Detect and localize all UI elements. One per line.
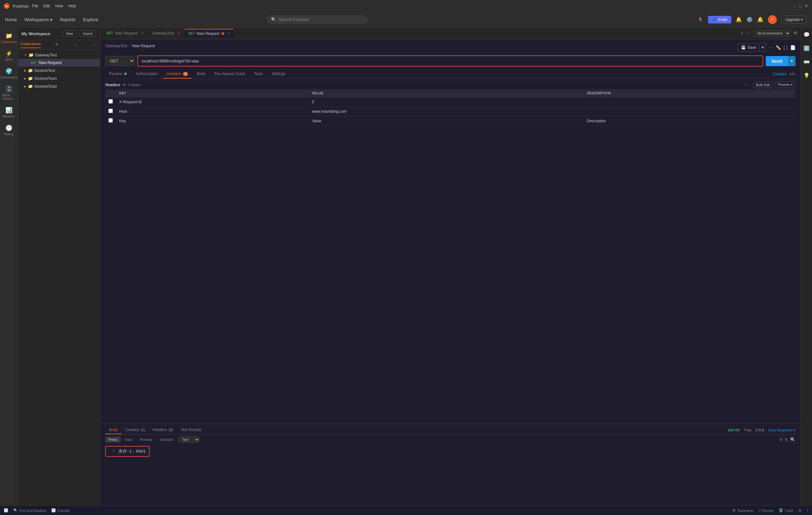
row2-key[interactable]: Host — [116, 107, 309, 116]
code-icon-button[interactable]: </> — [789, 71, 795, 77]
row3-checkbox[interactable] — [108, 118, 113, 123]
req-tab-pre-request[interactable]: Pre-request Script — [210, 70, 249, 79]
add-collection-button[interactable]: + — [55, 41, 59, 48]
tab-close-2[interactable]: ✕ — [177, 31, 180, 35]
user-avatar[interactable]: P — [768, 15, 777, 24]
lightbulb-button[interactable]: 💡 — [802, 71, 812, 81]
maximize-button[interactable]: □ — [799, 3, 801, 8]
req-tab-settings[interactable]: Settings — [268, 70, 289, 79]
send-button[interactable]: Send — [766, 56, 788, 66]
tab-new-request-1[interactable]: GET New Request ✕ — [103, 29, 148, 37]
code-snippet-button[interactable]: { } — [783, 43, 788, 52]
headers-more-button[interactable]: ⋯ — [742, 82, 751, 88]
alerts-icon[interactable]: 🔔 — [757, 17, 763, 23]
send-dropdown-button[interactable]: ▾ — [788, 56, 795, 66]
sidebar-item-mock-servers[interactable]: 🗄️ Mock Servers — [1, 83, 17, 103]
req-tab-params[interactable]: Params — [105, 70, 130, 79]
new-button[interactable]: New — [63, 30, 77, 37]
layout-button[interactable]: ⊞ — [799, 508, 801, 512]
sidebar-item-apis[interactable]: ⚡ APIs — [1, 48, 17, 64]
row3-desc-placeholder[interactable]: Description — [584, 116, 786, 126]
trash-button[interactable]: 🗑️ Trash — [779, 508, 793, 512]
menu-view[interactable]: View — [55, 4, 63, 8]
description-button[interactable]: 📄 — [790, 43, 795, 52]
copy-response-button[interactable]: ⎘ — [785, 437, 788, 442]
close-button[interactable]: ✕ — [804, 3, 808, 8]
fmt-tab-preview[interactable]: Preview — [137, 437, 155, 443]
row1-value[interactable]: 5 — [309, 97, 584, 107]
tab-gatewaytest[interactable]: GatewayTest ✕ — [148, 29, 184, 37]
keyboard-shortcut-button[interactable]: ⌨️ — [802, 57, 812, 67]
runner-button[interactable]: ▷ Runner — [758, 508, 774, 512]
req-tab-tests[interactable]: Tests — [250, 70, 266, 79]
menu-help[interactable]: Help — [68, 4, 76, 8]
environment-selector[interactable]: No Environment — [753, 30, 790, 37]
resp-tab-headers[interactable]: Headers (5) — [149, 426, 177, 434]
tab-close-1[interactable]: ✕ — [141, 31, 144, 35]
tree-item-gatewaytest[interactable]: ▼ 📁 GatewayTest — [18, 51, 100, 59]
import-button[interactable]: Import — [79, 30, 96, 37]
fmt-tab-visualize[interactable]: Visualize — [156, 437, 177, 443]
tree-item-sentineltest2[interactable]: ▶ 📁 SentinelTest2 — [18, 82, 100, 90]
breadcrumb-collection[interactable]: GatewayTest — [105, 44, 127, 48]
edit-icon-button[interactable]: ✏️ — [776, 43, 781, 52]
sidebar-list-icon[interactable]: ≡ — [74, 42, 77, 47]
menu-file[interactable]: File — [32, 4, 38, 8]
environment-eye-button[interactable]: 👁 — [793, 30, 798, 36]
req-tab-authorization[interactable]: Authorization — [132, 70, 162, 79]
search-response-button[interactable]: 🔍 — [790, 437, 795, 442]
tab-close-3[interactable]: ✕ — [227, 31, 230, 35]
nav-workspaces[interactable]: Workspaces ▾ — [24, 17, 52, 22]
more-tabs-button[interactable]: ⋯ — [746, 30, 751, 36]
comments-button[interactable]: 💬 — [802, 30, 812, 39]
find-replace-button[interactable]: 🔍 Find and Replace — [13, 508, 46, 512]
info-button[interactable]: ℹ️ — [802, 43, 812, 53]
presets-button[interactable]: Presets ▾ — [775, 82, 795, 88]
sidebar-item-collections[interactable]: 📁 Collections — [1, 30, 17, 46]
resp-tab-body[interactable]: Body — [105, 426, 121, 434]
bootcamp-button[interactable]: 🎓 Bootcamp — [732, 508, 754, 512]
save-button[interactable]: 💾 Save — [737, 43, 759, 52]
nav-explore[interactable]: Explore — [83, 17, 98, 22]
notifications-bell[interactable]: 🔔 — [735, 17, 742, 23]
wrap-lines-button[interactable]: ≡ — [780, 437, 783, 443]
resp-tab-test-results[interactable]: Test Results — [177, 426, 205, 434]
fmt-tab-raw[interactable]: Raw — [122, 437, 135, 443]
runner-icon-btn[interactable]: 🏃 — [697, 17, 704, 23]
req-tab-body[interactable]: Body — [193, 70, 209, 79]
sidebar-toggle-button[interactable]: ⬜ — [4, 508, 8, 512]
url-input[interactable] — [138, 56, 762, 66]
fmt-tab-pretty[interactable]: Pretty — [105, 437, 121, 443]
minimize-button[interactable]: − — [793, 3, 795, 8]
save-dropdown-button[interactable]: ▾ — [760, 43, 766, 52]
row2-value[interactable]: www.mashibing.com — [309, 107, 584, 116]
add-tab-button[interactable]: + — [741, 30, 743, 36]
tree-item-sentineltest[interactable]: ▶ 📁 SentinelTest — [18, 66, 100, 74]
row3-value-placeholder[interactable]: Value — [309, 116, 584, 126]
menu-edit[interactable]: Edit — [44, 4, 50, 8]
sidebar-more-button[interactable]: ⋯ — [92, 42, 97, 48]
invite-button[interactable]: 👤 Invite — [708, 16, 731, 24]
method-selector[interactable]: GET POST PUT DELETE — [105, 56, 135, 66]
bulk-edit-button[interactable]: Bulk Edit — [753, 82, 773, 88]
more-options-button[interactable]: ⋯ — [768, 43, 773, 52]
cookies-link[interactable]: Cookies — [773, 72, 786, 76]
help-button[interactable]: ? — [806, 508, 808, 512]
sidebar-item-monitors[interactable]: 📊 Monitors — [1, 104, 17, 121]
save-response-button[interactable]: Save Response ▾ — [768, 428, 795, 432]
settings-gear[interactable]: ⚙️ — [746, 17, 753, 23]
nav-reports[interactable]: Reports — [60, 17, 76, 22]
tree-item-sentineltest1[interactable]: ▶ 📁 SentinelTest1 — [18, 74, 100, 82]
row3-key-placeholder[interactable]: Key — [116, 116, 309, 126]
row2-checkbox[interactable] — [108, 109, 113, 113]
nav-home[interactable]: Home — [5, 17, 17, 22]
sidebar-item-environments[interactable]: 🌍 Environments — [1, 65, 17, 82]
tab-collections[interactable]: Collections — [20, 42, 41, 48]
sidebar-item-history[interactable]: 🕐 History — [1, 122, 17, 139]
text-format-selector[interactable]: Text JSON XML — [178, 436, 200, 443]
tree-item-new-request[interactable]: GET New Request — [18, 59, 100, 66]
req-tab-headers[interactable]: Headers 9 — [163, 70, 192, 79]
search-bar[interactable]: 🔍 Search Postman — [266, 15, 368, 24]
resp-tab-cookies[interactable]: Cookies (1) — [121, 426, 149, 434]
upgrade-button[interactable]: Upgrade ▾ — [781, 16, 807, 24]
